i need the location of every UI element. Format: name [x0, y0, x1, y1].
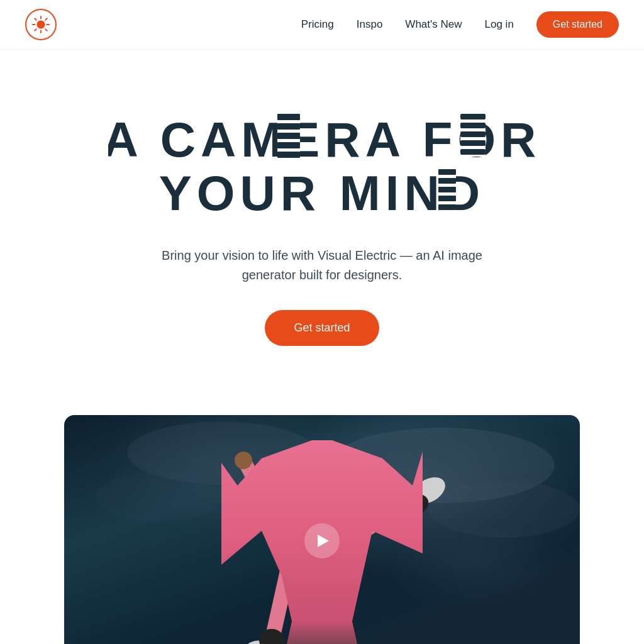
svg-rect-28 [438, 204, 456, 210]
video-container [64, 415, 580, 644]
svg-line-6 [45, 29, 47, 31]
logo-icon [31, 15, 50, 34]
svg-point-32 [96, 472, 221, 522]
video-thumbnail [64, 415, 580, 644]
svg-rect-13 [277, 133, 300, 139]
svg-rect-26 [438, 187, 456, 192]
svg-point-31 [429, 481, 580, 538]
svg-rect-25 [438, 178, 456, 184]
svg-line-37 [316, 472, 353, 528]
svg-line-8 [35, 29, 36, 31]
nav-links: Pricing Inspo What's New Log in Get star… [301, 11, 619, 38]
hero-title-container: A CAMERA FOR YOUR MIND [25, 100, 619, 228]
nav-get-started-button[interactable]: Get started [536, 11, 619, 38]
svg-point-34 [270, 481, 305, 519]
play-button[interactable] [304, 523, 340, 558]
svg-text:YOUR MIND: YOUR MIND [159, 165, 485, 221]
video-section [0, 384, 644, 644]
svg-line-5 [35, 18, 36, 20]
svg-line-35 [247, 465, 278, 525]
nav-whats-new[interactable]: What's New [405, 18, 462, 31]
hero-subtitle: Bring your vision to life with Visual El… [146, 246, 498, 285]
navigation: Pricing Inspo What's New Log in Get star… [0, 0, 644, 50]
svg-rect-21 [460, 149, 486, 155]
hero-get-started-button[interactable]: Get started [265, 310, 379, 346]
svg-rect-15 [277, 152, 300, 158]
svg-point-0 [36, 20, 45, 28]
nav-login[interactable]: Log in [485, 18, 514, 31]
hero-section: A CAMERA FOR YOUR MIND [0, 50, 644, 384]
svg-rect-11 [277, 114, 300, 120]
svg-point-36 [235, 452, 252, 469]
svg-rect-24 [438, 169, 456, 175]
svg-rect-27 [438, 196, 456, 201]
svg-rect-14 [277, 142, 300, 148]
svg-rect-19 [460, 131, 486, 137]
nav-inspo[interactable]: Inspo [357, 18, 383, 31]
svg-rect-20 [460, 140, 486, 146]
svg-line-7 [45, 18, 47, 20]
svg-rect-17 [460, 114, 486, 119]
hero-title-svg: A CAMERA FOR YOUR MIND [108, 100, 536, 226]
svg-rect-12 [277, 123, 300, 130]
logo[interactable] [25, 9, 57, 40]
nav-pricing[interactable]: Pricing [301, 18, 334, 31]
svg-rect-18 [460, 123, 486, 128]
svg-point-38 [350, 458, 367, 475]
